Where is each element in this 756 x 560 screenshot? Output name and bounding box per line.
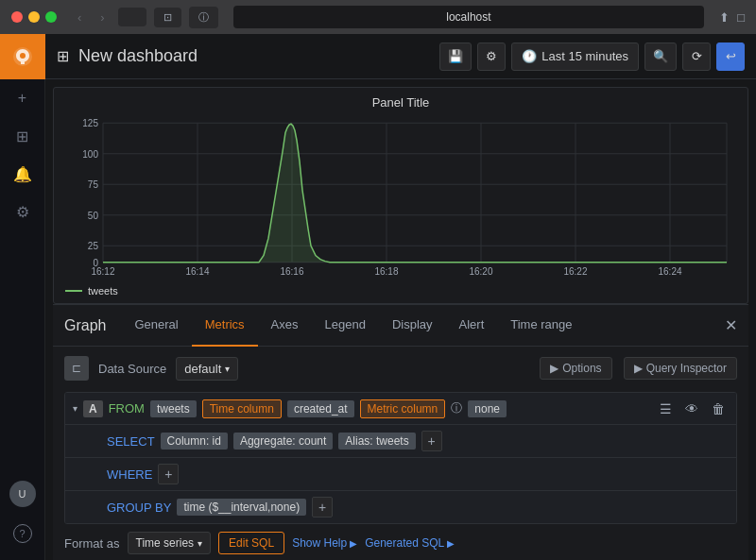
svg-marker-29 <box>103 124 727 262</box>
datasource-label: Data Source <box>98 362 166 376</box>
window-tab <box>118 8 146 26</box>
tab-alert[interactable]: Alert <box>446 305 498 347</box>
gear-icon: ⚙ <box>16 203 29 221</box>
chart-panel: Panel Title 125 100 <box>53 87 748 304</box>
query-index: A <box>83 400 103 417</box>
where-keyword: WHERE <box>107 467 152 482</box>
maximize-window-btn[interactable] <box>45 11 57 23</box>
chart-container: 125 100 75 50 25 0 <box>65 113 736 281</box>
minimize-window-btn[interactable] <box>28 11 40 23</box>
svg-text:16:24: 16:24 <box>658 266 681 277</box>
back-icon: ↩ <box>726 49 736 63</box>
metric-column-label[interactable]: Metric column <box>360 399 446 418</box>
sidebar-item-alerts[interactable]: 🔔 <box>0 155 45 193</box>
sidebar-bottom: U ? <box>0 481 45 560</box>
browser-chrome: ‹ › ⊡ ⓘ localhost ⬆ □ <box>0 0 756 34</box>
panel-title: Panel Title <box>65 95 736 110</box>
triangle-right-icon: ▶ <box>550 362 558 375</box>
time-column-value[interactable]: created_at <box>287 400 354 417</box>
group-by-row: GROUP BY time ($__interval,none) + <box>65 491 736 523</box>
sidebar: + ⊞ 🔔 ⚙ U ? <box>0 34 45 560</box>
select-alias[interactable]: Alias: tweets <box>338 433 415 450</box>
format-row: Format as Time series ▾ Edit SQL Show He… <box>64 524 737 554</box>
topbar-actions: 💾 ⚙ 🕐 Last 15 minutes 🔍 ⟳ <box>439 42 745 71</box>
tab-display[interactable]: Display <box>379 305 446 347</box>
settings-button[interactable]: ⚙ <box>477 42 506 71</box>
refresh-button[interactable]: ⟳ <box>682 42 711 71</box>
topbar: ⊞ New dashboard 💾 ⚙ 🕐 Last 15 minutes <box>45 34 756 79</box>
time-range-label: Last 15 minutes <box>541 49 628 63</box>
svg-text:100: 100 <box>82 149 98 160</box>
generated-sql-chevron-icon: ▶ <box>447 538 455 549</box>
options-button[interactable]: ▶ Options <box>540 357 611 380</box>
legend-label: tweets <box>88 285 118 297</box>
fullscreen-btn[interactable]: ⊡ <box>154 8 181 27</box>
group-by-add-btn[interactable]: + <box>312 497 333 518</box>
time-column-label[interactable]: Time column <box>202 399 282 418</box>
clock-icon: 🕐 <box>522 49 537 63</box>
triangle-right-icon-2: ▶ <box>634 362 643 375</box>
select-add-btn[interactable]: + <box>421 431 442 451</box>
plus-icon: + <box>18 90 26 107</box>
cylinder-icon: ⊏ <box>72 362 81 375</box>
svg-text:16:18: 16:18 <box>374 266 398 277</box>
metric-column-info-icon[interactable]: ⓘ <box>451 400 462 416</box>
select-keyword: SELECT <box>107 434 155 449</box>
avatar-initials: U <box>19 488 26 500</box>
datasource-select[interactable]: default ▾ <box>176 357 238 381</box>
forward-nav-btn[interactable]: › <box>94 8 110 26</box>
page-title: New dashboard <box>78 46 198 66</box>
menu-icon[interactable]: ☰ <box>656 401 676 416</box>
group-by-keyword: GROUP BY <box>107 501 171 515</box>
select-row: SELECT Column: id Aggregate: count Alias… <box>65 425 736 458</box>
sidebar-item-help[interactable]: ? <box>0 515 45 552</box>
svg-text:25: 25 <box>88 241 99 251</box>
back-nav-btn[interactable]: ‹ <box>72 8 87 26</box>
group-by-value[interactable]: time ($__interval,none) <box>177 499 306 516</box>
tab-time-range[interactable]: Time range <box>497 305 585 347</box>
select-aggregate[interactable]: Aggregate: count <box>233 433 333 450</box>
expand-query-btn[interactable]: ▾ <box>73 403 77 414</box>
sidebar-item-settings[interactable]: ⚙ <box>0 193 45 230</box>
save-button[interactable]: 💾 <box>439 42 472 71</box>
show-help-button[interactable]: Show Help ▶ <box>292 536 357 550</box>
format-select[interactable]: Time series ▾ <box>128 532 212 554</box>
trash-icon[interactable]: 🗑 <box>708 401 729 416</box>
metric-column-value[interactable]: none <box>468 400 507 417</box>
settings-icon: ⚙ <box>486 49 497 63</box>
legend-line-icon <box>65 290 82 292</box>
editor-title: Graph <box>64 317 106 334</box>
query-inspector-button[interactable]: ▶ Query Inspector <box>624 357 737 380</box>
generated-sql-button[interactable]: Generated SQL ▶ <box>365 536 455 550</box>
sidebar-item-add[interactable]: + <box>0 79 45 117</box>
avatar[interactable]: U <box>9 481 36 507</box>
from-value[interactable]: tweets <box>150 400 197 417</box>
tab-metrics[interactable]: Metrics <box>192 305 258 347</box>
show-help-chevron-icon: ▶ <box>350 538 357 549</box>
editor-content: ⊏ Data Source default ▾ ▶ Options <box>53 347 748 560</box>
share-btn[interactable]: ⬆ <box>719 10 730 25</box>
address-bar[interactable]: localhost <box>233 6 704 28</box>
back-button[interactable]: ↩ <box>716 42 745 71</box>
info-btn[interactable]: ⓘ <box>189 7 218 28</box>
search-button[interactable]: 🔍 <box>644 42 677 71</box>
sidebar-logo[interactable] <box>0 34 45 79</box>
close-editor-button[interactable]: ✕ <box>725 316 737 334</box>
time-range-button[interactable]: 🕐 Last 15 minutes <box>511 42 639 71</box>
tab-general[interactable]: General <box>121 305 191 347</box>
tab-axes[interactable]: Axes <box>258 305 312 347</box>
dashboard-grid-icon: ⊞ <box>57 47 69 65</box>
bookmark-btn[interactable]: □ <box>737 10 745 25</box>
select-column[interactable]: Column: id <box>161 433 228 450</box>
close-window-btn[interactable] <box>11 11 23 23</box>
eye-icon[interactable]: 👁 <box>681 401 702 416</box>
svg-text:16:14: 16:14 <box>185 266 209 277</box>
tab-legend[interactable]: Legend <box>312 305 379 347</box>
search-icon: 🔍 <box>653 49 668 63</box>
sidebar-item-dashboards[interactable]: ⊞ <box>0 117 45 155</box>
save-icon: 💾 <box>448 49 463 63</box>
where-add-btn[interactable]: + <box>158 464 179 484</box>
query-block: ▾ A FROM tweets Time column created_at M… <box>64 392 737 524</box>
from-row: ▾ A FROM tweets Time column created_at M… <box>65 393 736 425</box>
edit-sql-button[interactable]: Edit SQL <box>218 532 284 554</box>
